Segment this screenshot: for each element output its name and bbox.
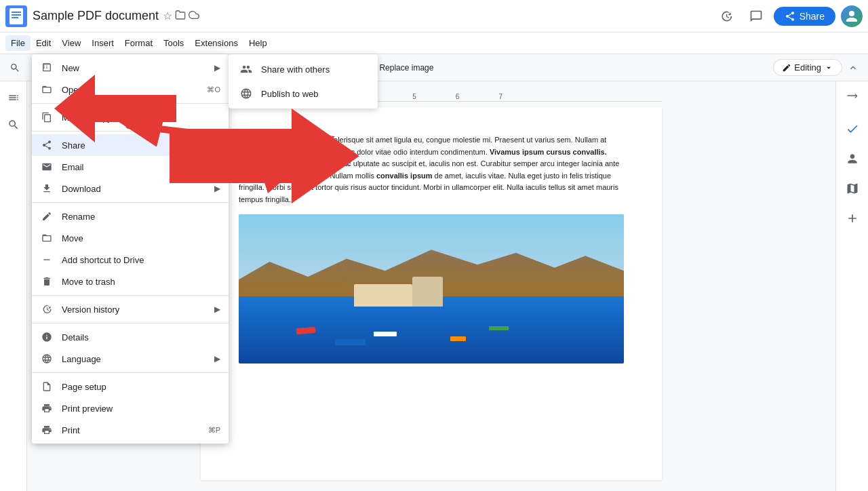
fm-new[interactable]: New ▶: [32, 57, 229, 79]
rs-notes-icon[interactable]: [840, 87, 865, 111]
fm-print-preview-icon: [40, 401, 54, 415]
fm-page-setup[interactable]: Page setup: [32, 376, 229, 397]
fm-print[interactable]: Print ⌘P: [32, 419, 229, 441]
menu-insert[interactable]: Insert: [86, 35, 119, 51]
fm-trash[interactable]: Move to trash: [32, 271, 229, 292]
rs-add-icon[interactable]: [840, 206, 865, 231]
fm-page-setup-icon: [40, 380, 54, 393]
star-icon[interactable]: ☆: [163, 9, 172, 22]
title-icons: ☆: [163, 9, 199, 23]
sm-publish-label: Publish to web: [261, 89, 319, 99]
fm-version-history[interactable]: Version history ▶: [32, 298, 229, 320]
fm-div-1: [32, 103, 229, 104]
doc-title: Sample PDF document ☆: [33, 9, 199, 23]
fm-print-preview-label: Print preview: [62, 404, 220, 414]
title-section: Sample PDF document ☆: [33, 9, 199, 23]
fm-email[interactable]: Email ▶: [32, 156, 229, 178]
comment-button[interactable]: [744, 4, 768, 28]
fm-page-setup-label: Page setup: [62, 382, 220, 392]
fm-copy-label: Make a copy: [62, 113, 220, 123]
fm-rename-label: Rename: [62, 212, 220, 222]
fm-open-icon: [40, 83, 54, 96]
left-sidebar: [0, 81, 27, 491]
menu-view[interactable]: View: [56, 35, 86, 51]
fm-download-icon: [40, 182, 54, 195]
replace-image-label: Replace image: [379, 63, 433, 73]
fm-email-label: Email: [62, 162, 206, 172]
fm-trash-label: Move to trash: [62, 277, 220, 287]
svg-point-4: [849, 11, 854, 16]
fm-open[interactable]: Open ⌘O: [32, 79, 229, 100]
svg-rect-1: [12, 12, 21, 13]
toolbar-collapse[interactable]: [844, 60, 863, 76]
fm-download[interactable]: Download ▶: [32, 178, 229, 199]
fm-div-6: [32, 372, 229, 373]
fm-rename[interactable]: Rename: [32, 205, 229, 227]
fm-copy-icon: [40, 111, 54, 124]
fm-language-label: Language: [62, 354, 206, 364]
fm-download-label: Download: [62, 184, 206, 194]
menu-bar: File Edit View Insert Format Tools Exten…: [0, 33, 868, 54]
menu-help[interactable]: Help: [243, 35, 273, 51]
fm-move-icon: [40, 231, 54, 245]
svg-rect-0: [9, 8, 23, 24]
fm-trash-icon: [40, 275, 54, 288]
fm-move[interactable]: Move: [32, 227, 229, 249]
rs-check-icon[interactable]: [840, 117, 865, 141]
fm-version-arrow: ▶: [214, 305, 220, 314]
fm-language[interactable]: Language ▶: [32, 348, 229, 370]
fm-share-arrow: ▶: [214, 140, 220, 150]
editing-mode-button[interactable]: Editing: [773, 59, 842, 76]
sm-publish-web[interactable]: Publish to web: [229, 81, 378, 106]
fm-share-icon: [40, 138, 54, 152]
sidebar-outline-icon[interactable]: [3, 87, 24, 109]
menu-extensions[interactable]: Extensions: [189, 35, 243, 51]
sm-share-label: Share with others: [261, 64, 330, 75]
svg-rect-3: [12, 17, 18, 18]
doc-harbor-image: [239, 214, 624, 364]
document-page: Vestibulum neque massa, scelerisque sit …: [201, 107, 662, 480]
top-bar: Sample PDF document ☆: [0, 0, 868, 33]
menu-file[interactable]: File: [5, 35, 31, 51]
fm-shortcut-label: Add shortcut to Drive: [62, 255, 220, 265]
menu-tools[interactable]: Tools: [158, 35, 189, 51]
menu-format[interactable]: Format: [119, 35, 158, 51]
history-button[interactable]: [714, 4, 738, 28]
editing-label: Editing: [794, 62, 821, 73]
right-sidebar: [835, 81, 868, 491]
toolbar-search[interactable]: [5, 60, 24, 76]
sidebar-search-icon[interactable]: [3, 114, 24, 136]
fm-download-arrow: ▶: [214, 184, 220, 193]
share-label: Share: [800, 11, 825, 22]
fm-version-icon: [40, 302, 54, 316]
fm-add-shortcut[interactable]: Add shortcut to Drive: [32, 249, 229, 271]
user-avatar[interactable]: [841, 5, 863, 27]
fm-print-preview[interactable]: Print preview: [32, 397, 229, 419]
doc-paragraph-1: Vestibulum neque massa, scelerisque sit …: [239, 134, 624, 206]
fm-language-icon: [40, 352, 54, 366]
top-right: Share: [714, 4, 863, 28]
sm-share-with-others[interactable]: Share with others: [229, 57, 378, 81]
fm-div-3: [32, 202, 229, 203]
fm-make-copy[interactable]: Make a copy: [32, 106, 229, 128]
fm-share[interactable]: Share ▶: [32, 134, 229, 156]
fm-details[interactable]: Details: [32, 326, 229, 348]
cloud-icon[interactable]: [189, 9, 199, 23]
rs-person-icon[interactable]: [840, 146, 865, 171]
menu-edit[interactable]: Edit: [31, 35, 56, 51]
rs-map-icon[interactable]: [840, 176, 865, 201]
fm-print-label: Print: [62, 425, 200, 435]
fm-div-4: [32, 295, 229, 296]
sm-publish-icon: [239, 87, 253, 100]
folder-icon[interactable]: [175, 9, 186, 23]
fm-div-2: [32, 131, 229, 132]
fm-new-label: New: [62, 63, 206, 73]
file-menu: New ▶ Open ⌘O Make a copy Share ▶ Email …: [32, 54, 229, 444]
fm-share-label: Share: [62, 140, 206, 151]
share-submenu: Share with others Publish to web: [229, 54, 378, 109]
share-button[interactable]: Share: [774, 7, 835, 26]
app-icon: [5, 5, 27, 27]
replace-image-button[interactable]: Replace image: [375, 60, 437, 75]
fm-email-arrow: ▶: [214, 162, 220, 172]
fm-details-icon: [40, 330, 54, 344]
